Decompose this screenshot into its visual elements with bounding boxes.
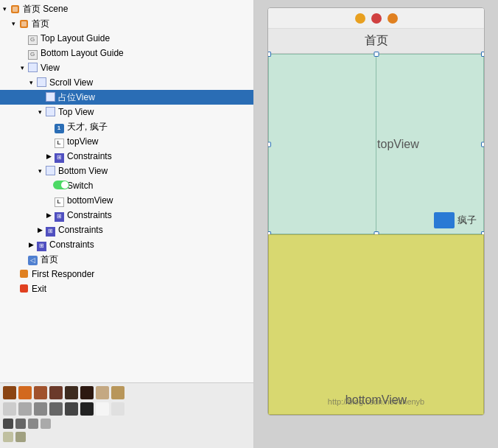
tree-label-bottomlayout: Bottom Layout Guide <box>41 48 124 58</box>
tree-label-shouyeref: 首页 <box>41 253 58 266</box>
swatch-row-1-swatch-6[interactable] <box>96 386 109 399</box>
ios-nav-bar: 首页 <box>268 29 484 54</box>
blue-rect <box>434 212 455 228</box>
ios-content: topView 疯子 bottomView http://blog.cs <box>268 54 484 415</box>
tree-item-bottomviewlabel[interactable]: LbottomView <box>0 193 253 208</box>
tree-label-placeholderview: 占位View <box>58 91 95 104</box>
tree-item-placeholderview[interactable]: 占位View <box>0 90 253 105</box>
tree-item-constraints4[interactable]: ▶⊞Constraints <box>0 237 253 252</box>
swatch-row-2-swatch-0[interactable] <box>3 402 16 416</box>
tree-area[interactable]: ▾首页 Scene▾首页GTop Layout GuideGBottom Lay… <box>0 0 253 382</box>
tree-arrow-bottomview[interactable]: ▾ <box>35 167 44 175</box>
fengzi-container: 疯子 <box>434 212 477 228</box>
tree-label-toplayout: Top Layout Guide <box>41 33 110 43</box>
tree-icon-constraints3: ⊞ <box>44 225 56 235</box>
status-dot-1 <box>355 13 365 24</box>
tree-item-constraints3[interactable]: ▶⊞Constraints <box>0 223 253 237</box>
tree-label-bottomviewlabel: bottomView <box>67 195 113 206</box>
status-dot-3 <box>387 13 398 24</box>
swatches-area <box>0 382 253 448</box>
swatch-row-1-swatch-1[interactable] <box>18 386 32 399</box>
svg-rect-1 <box>13 7 18 12</box>
swatch-row-3 <box>3 419 250 429</box>
tree-icon-constraints4: ⊞ <box>35 239 47 250</box>
tree-item-bottomview[interactable]: ▾Bottom View <box>0 164 253 178</box>
tree-arrow-scrollview[interactable]: ▾ <box>27 79 35 86</box>
tree-item-shouyeref[interactable]: ◁首页 <box>0 252 253 267</box>
swatch-row-4-swatch-0[interactable] <box>3 432 13 442</box>
handle-tr[interactable] <box>481 52 485 57</box>
swatch-row-3-swatch-3[interactable] <box>41 419 51 429</box>
swatch-row-1-swatch-0[interactable] <box>3 386 16 399</box>
top-view: topView <box>268 54 484 234</box>
tree-label-constraints2: Constraints <box>67 210 112 220</box>
tree-item-toplayout[interactable]: GTop Layout Guide <box>0 31 253 46</box>
swatch-row-2-swatch-3[interactable] <box>49 402 63 416</box>
swatch-row-4-swatch-1[interactable] <box>15 432 26 442</box>
svg-rect-4 <box>20 270 28 278</box>
swatch-row-1-swatch-7[interactable] <box>111 386 124 399</box>
status-dot-2 <box>371 13 382 24</box>
tree-label-view: View <box>41 63 60 73</box>
watermark: http://blog.csdn.net/chenyb <box>328 397 424 406</box>
right-panel: 首页 topView 疯子 <box>254 0 498 448</box>
tree-item-exit[interactable]: Exit <box>0 281 253 296</box>
tree-item-topview[interactable]: ▾Top View <box>0 105 253 119</box>
tree-label-constraints4: Constraints <box>49 239 94 250</box>
swatch-row-2-swatch-1[interactable] <box>18 402 32 416</box>
swatch-row-2-swatch-6[interactable] <box>96 402 109 416</box>
swatch-row-2-swatch-7[interactable] <box>111 402 124 416</box>
swatch-row-1 <box>3 386 250 399</box>
swatch-row-2-swatch-2[interactable] <box>34 402 47 416</box>
swatch-row-1-swatch-2[interactable] <box>34 386 47 399</box>
swatch-row-3-swatch-1[interactable] <box>15 419 26 429</box>
tree-icon-shouyeref: ◁ <box>27 254 38 265</box>
tree-arrow-constraints2[interactable]: ▶ <box>44 211 53 219</box>
tree-label-shouye: 首页 <box>32 18 49 30</box>
tree-icon-constraints1: ⊞ <box>53 151 65 161</box>
tree-arrow-view[interactable]: ▾ <box>18 64 27 71</box>
swatch-row-1-swatch-3[interactable] <box>49 386 63 399</box>
tree-icon-topviewlabel: L <box>53 136 65 147</box>
tree-icon-bottomview <box>44 166 56 176</box>
tree-icon-placeholderview <box>44 92 56 102</box>
handle-ml[interactable] <box>267 141 271 147</box>
tree-item-constraints2[interactable]: ▶⊞Constraints <box>0 208 253 223</box>
ios-status-bar <box>268 8 484 29</box>
tree-arrow-constraints4[interactable]: ▶ <box>27 241 35 248</box>
swatch-row-3-swatch-2[interactable] <box>28 419 38 429</box>
tree-arrow-scene[interactable]: ▾ <box>0 5 9 13</box>
tree-item-switch1[interactable]: Switch <box>0 178 253 193</box>
tree-label-switch1: Switch <box>67 181 93 191</box>
tree-item-view[interactable]: ▾View <box>0 60 253 75</box>
swatch-row-1-swatch-4[interactable] <box>65 386 78 399</box>
swatch-row-1-swatch-5[interactable] <box>80 386 94 399</box>
swatch-row-3-swatch-0[interactable] <box>3 419 13 429</box>
tree-icon-exit <box>18 284 29 294</box>
tree-item-constraints1[interactable]: ▶⊞Constraints <box>0 149 253 164</box>
left-panel: ▾首页 Scene▾首页GTop Layout GuideGBottom Lay… <box>0 0 254 448</box>
tree-label-scene: 首页 Scene <box>23 3 68 15</box>
tree-arrow-constraints1[interactable]: ▶ <box>44 153 53 160</box>
tree-item-shouye[interactable]: ▾首页 <box>0 16 253 31</box>
tree-label-constraints1: Constraints <box>67 151 112 161</box>
handle-tl[interactable] <box>267 52 271 57</box>
tree-label-topviewlabel: topView <box>67 136 98 147</box>
swatch-row-2-swatch-4[interactable] <box>65 402 78 416</box>
top-view-left <box>269 55 376 234</box>
tree-item-scrollview[interactable]: ▾Scroll View <box>0 75 253 90</box>
tree-item-firstresponder[interactable]: First Responder <box>0 267 253 281</box>
tree-icon-shouye <box>18 18 29 29</box>
tree-icon-tiancai: 1 <box>53 122 65 132</box>
tree-icon-constraints2: ⊞ <box>53 210 65 220</box>
tree-arrow-constraints3[interactable]: ▶ <box>35 226 44 234</box>
tree-item-tiancai[interactable]: 1天才, 疯子 <box>0 119 253 134</box>
handle-mr[interactable] <box>481 141 485 147</box>
tree-arrow-shouye[interactable]: ▾ <box>9 20 18 27</box>
swatch-row-2-swatch-5[interactable] <box>80 402 94 416</box>
tree-item-topviewlabel[interactable]: LtopView <box>0 134 253 149</box>
tree-item-bottomlayout[interactable]: GBottom Layout Guide <box>0 46 253 60</box>
handle-tm[interactable] <box>374 52 379 57</box>
tree-item-scene[interactable]: ▾首页 Scene <box>0 1 253 16</box>
tree-arrow-topview[interactable]: ▾ <box>35 108 44 116</box>
